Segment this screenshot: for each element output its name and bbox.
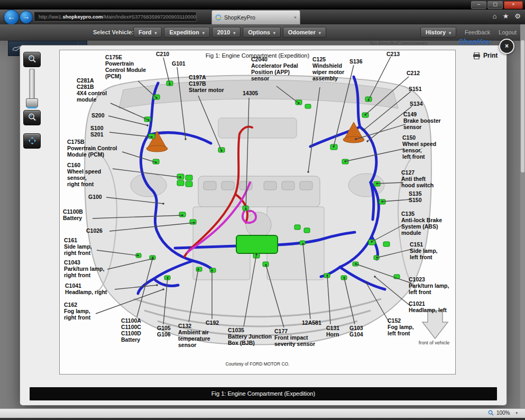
address-bar[interactable]: http://ww1.shopkeypro.com/Main/Index#S37…: [34, 12, 197, 22]
zoom-in-button[interactable]: [23, 52, 41, 67]
diagram-label-s200: S200: [91, 113, 105, 119]
window-close-button[interactable]: ×: [504, 1, 523, 9]
diagram-label-c1021: C1021Headlamp, left: [409, 301, 447, 314]
maximize-icon: ▢: [488, 1, 502, 8]
diagram-label-c1100acd: C1100AC1100CC1100DBattery: [121, 318, 141, 343]
print-label: Print: [483, 52, 498, 59]
screen: – ▢ × ← → http://ww1.shopkeypro.com/Main…: [0, 0, 525, 420]
modal-close-button[interactable]: ×: [499, 39, 514, 54]
diagram-label-g103g104: G103G104: [349, 325, 363, 338]
feedback-link[interactable]: Feedback: [465, 29, 490, 35]
courtesy-note: Courtesy of FORD MOTOR CO.: [60, 361, 455, 367]
odometer-dropdown[interactable]: Odometer: [283, 27, 326, 38]
bottom-strip: [0, 418, 525, 420]
zoom-caret-icon: ▾: [515, 411, 518, 415]
diagram-label-c212: C212: [407, 70, 420, 77]
maximize-button[interactable]: ▢: [487, 1, 503, 9]
zoom-magnifier-icon: [488, 410, 494, 416]
back-button[interactable]: ←: [4, 10, 19, 25]
diagram-label-c161: C161Side lamp,right front: [64, 238, 92, 257]
history-dropdown[interactable]: History: [420, 27, 456, 38]
options-dropdown[interactable]: Options: [243, 27, 281, 38]
diagram-label-c1026: C1026: [86, 228, 103, 234]
diagram-label-s136: S136: [349, 59, 363, 65]
scrollbar-thumb[interactable]: [521, 40, 524, 172]
diagram-label-s151: S151: [409, 86, 422, 93]
favorites-star-icon[interactable]: ★: [503, 12, 509, 20]
diagram-label-c1023: C1023Park/turn lamp,left front: [409, 277, 449, 296]
diagram-label-c177: C177Front impactseverity sensor: [274, 328, 315, 348]
diagram-label-n14305: 14305: [243, 90, 258, 97]
front-of-vehicle-label: front of vehicle: [402, 340, 456, 345]
fit-to-screen-button[interactable]: [23, 133, 41, 149]
diagram-label-c1035: C1035Battery JunctionBox (BJB): [228, 327, 272, 346]
minimize-icon: –: [472, 1, 486, 8]
diagram-label-c132: C132Ambient airtemperaturesensor: [178, 323, 210, 348]
select-vehicle-label: Select Vehicle:: [93, 29, 134, 35]
minimize-button[interactable]: –: [471, 1, 486, 9]
diagram-label-c125: C125Windshieldwiper motorassembly: [312, 57, 344, 81]
diagram-label-c151: C151Side lamp,left front: [410, 242, 438, 261]
figure-paper: C175EPowertrainControl Module(PCM)C281AC…: [59, 50, 456, 375]
zoom-level-value: 100%: [496, 410, 510, 416]
diagram-label-c2040: C2040Accelerator PedalPosition (APP)sens…: [251, 57, 298, 81]
figure-title: Fig 1: Engine Compartment (Expedition): [60, 52, 455, 59]
model-dropdown[interactable]: Expedition: [164, 27, 209, 38]
figure-caption-bar: Fig 1: Engine Compartment (Expedition): [30, 387, 497, 400]
url-path: /Main/Index#S3776835997200903110000: [103, 14, 196, 20]
forward-button[interactable]: →: [20, 11, 33, 24]
search-icon[interactable]: [196, 14, 197, 20]
zoom-out-button[interactable]: [23, 110, 41, 125]
diagram-label-c150: C150Wheel speedsensor,left front: [402, 135, 436, 160]
diagram-label-c149: C149Brake boostersensor: [403, 112, 441, 131]
make-dropdown[interactable]: Ford: [133, 27, 162, 38]
diagram-label-a12a581: 12A581: [302, 320, 321, 326]
diagram-label-c197ab: C197AC197BStarter motor: [189, 75, 224, 94]
diagram-label-c127: C127Anti thefthood switch: [401, 170, 434, 189]
year-dropdown[interactable]: 2010: [212, 27, 241, 38]
diagram-label-g101: G101: [172, 61, 186, 67]
diagram-label-g105g106: G105G106: [157, 325, 171, 338]
diagram-label-c1100b: C1100BBattery: [63, 209, 83, 222]
diagram-label-c1041: C1041Headlamp, right: [65, 283, 107, 296]
app-toolbar: Select Vehicle: Ford Expedition 2010 Opt…: [0, 24, 525, 41]
settings-gear-icon[interactable]: ⚙: [514, 12, 521, 20]
window-titlebar: – ▢ ×: [0, 0, 525, 10]
diagram-label-c152: C152Fog lamp,left front: [388, 318, 414, 337]
logout-link[interactable]: Logout: [499, 29, 517, 35]
diagram-label-s134: S134: [410, 101, 423, 107]
tab-close-icon[interactable]: ×: [294, 15, 297, 20]
diagram-label-c131: C131Horn: [326, 325, 339, 338]
figure-viewer-modal: C175EPowertrainControl Module(PCM)C281AC…: [20, 45, 506, 405]
diagram-label-c135: C135Anti-lock BrakeSystem (ABS)module: [401, 211, 442, 236]
browser-statusbar: 100% ▾: [0, 408, 525, 418]
tab-favicon: [215, 14, 222, 21]
diagram-label-c192: C192: [206, 320, 219, 326]
home-icon[interactable]: ⌂: [493, 12, 497, 20]
tab-title: ShopKeyPro: [224, 14, 255, 21]
window-close-icon: ×: [504, 1, 522, 8]
browser-scrollbar[interactable]: [520, 24, 525, 408]
print-button[interactable]: Print: [473, 52, 498, 59]
diagram-label-c1043: C1043Park/turn lamp,right front: [64, 260, 104, 279]
url-prefix: http://ww1.: [39, 14, 62, 20]
browser-tab[interactable]: ShopKeyPro ×: [211, 10, 300, 24]
diagram-label-s100s201: S100S201: [90, 125, 104, 138]
browser-chrome: ← → http://ww1.shopkeypro.com/Main/Index…: [0, 10, 525, 24]
zoom-slider-knob[interactable]: [26, 98, 38, 107]
wrench-icon: [12, 45, 21, 52]
diagram-label-c162: C162Fog lamp,right front: [64, 302, 90, 321]
page-zoom-control[interactable]: 100% ▾: [488, 410, 518, 416]
diagram-label-c281ab: C281AC281B4X4 controlmodule: [77, 78, 107, 103]
background-logo: ShopKey: [458, 38, 491, 46]
url-domain: shopkeypro.com: [62, 14, 103, 20]
diagram-label-s135s150: S135S150: [409, 191, 422, 204]
diagram-label-g100: G100: [88, 194, 102, 200]
printer-icon: [473, 52, 481, 59]
diagram-label-c175b: C175BPowertrain ControlModule (PCM): [67, 139, 117, 158]
diagram-label-c160: C160Wheel speedsensor,right front: [67, 162, 101, 187]
